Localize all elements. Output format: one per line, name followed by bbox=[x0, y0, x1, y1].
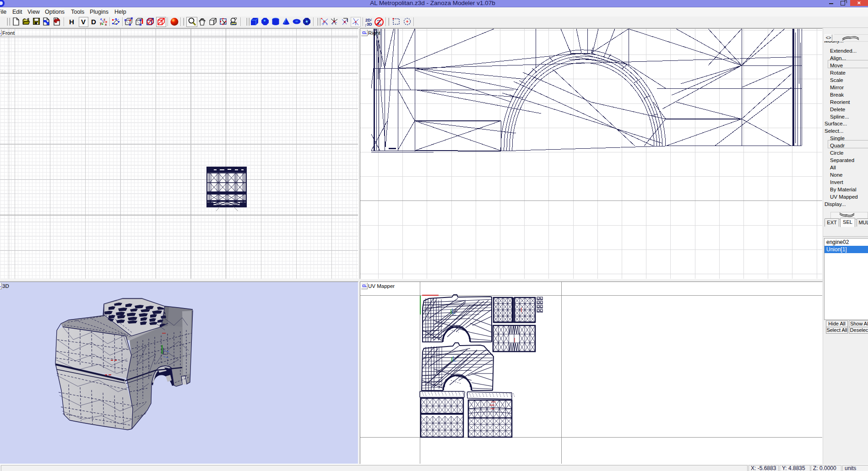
svg-text:3D: 3D bbox=[367, 22, 372, 27]
svg-text:x: x bbox=[105, 22, 107, 27]
svg-text:D: D bbox=[91, 18, 96, 26]
svg-text:z: z bbox=[103, 17, 105, 22]
svg-text:H: H bbox=[69, 18, 74, 26]
svg-text:V: V bbox=[81, 18, 86, 26]
svg-text:y: y bbox=[100, 21, 102, 25]
